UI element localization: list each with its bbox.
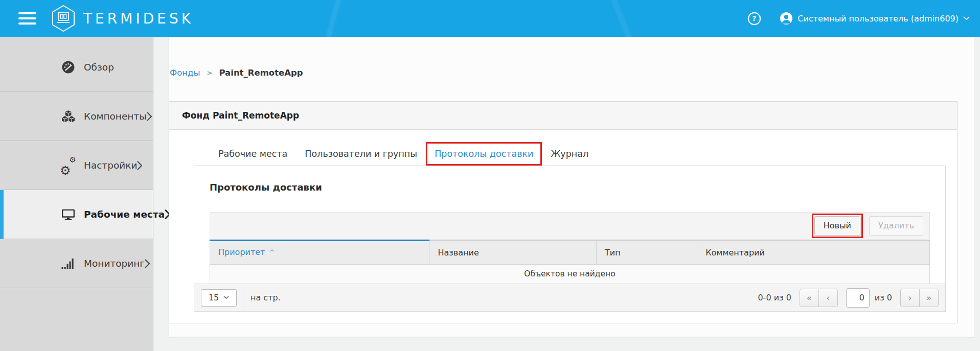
sidebar-item-workplaces[interactable]: Рабочие места (0, 190, 153, 239)
user-menu[interactable]: Системный пользователь (admin609) (780, 12, 970, 25)
chevron-right-icon (145, 259, 150, 268)
annotation-box-new-button: Новый (812, 214, 863, 238)
column-header-type[interactable]: Тип (597, 241, 697, 265)
tab-users-groups[interactable]: Пользователи и группы (296, 142, 426, 166)
page-number-input[interactable] (846, 288, 870, 308)
per-page-label: на стр. (250, 293, 281, 302)
column-header-comment[interactable]: Комментарий (697, 241, 930, 265)
tab-delivery-protocols[interactable]: Протоколы доставки (435, 149, 533, 159)
chevron-down-icon (223, 296, 229, 299)
termidesk-hexagon-icon (52, 5, 75, 32)
sidebar-item-label: Рабочие места (84, 209, 165, 220)
breadcrumb-separator: > (207, 69, 213, 77)
annotation-box-tab: Протоколы доставки (426, 142, 542, 166)
chevron-down-icon (963, 16, 970, 20)
app-logo[interactable]: TERMIDESK (52, 5, 194, 32)
pager-divider (243, 284, 243, 312)
last-page-button[interactable]: » (919, 289, 939, 307)
brand-wordmark: TERMIDESK (83, 10, 194, 27)
sidebar-item-overview[interactable]: Обзор (0, 43, 153, 92)
monitor-icon (60, 208, 76, 221)
breadcrumb-current: Paint_RemoteApp (219, 68, 303, 78)
panel-title: Протоколы доставки (210, 181, 930, 194)
table-toolbar: Новый Удалить (210, 212, 930, 240)
delete-button[interactable]: Удалить (869, 216, 923, 236)
fund-card: Фонд Paint_RemoteApp Рабочие места Польз… (169, 101, 958, 323)
tab-bar: Рабочие места Пользователи и группы Прот… (194, 142, 946, 166)
column-label: Приоритет (218, 247, 265, 257)
user-avatar-icon (780, 12, 793, 25)
sidebar-item-label: Компоненты (84, 111, 147, 122)
next-page-button[interactable]: › (900, 289, 920, 307)
column-label: Название (438, 248, 478, 258)
menu-toggle-icon[interactable] (18, 9, 36, 28)
top-bar: TERMIDESK ? Системный пользователь (admi (0, 0, 980, 37)
first-page-button[interactable]: « (800, 289, 819, 307)
pager-forward-group: › » (900, 289, 939, 307)
breadcrumb-root-link[interactable]: Фонды (170, 68, 200, 78)
of-total-label: из 0 (875, 293, 892, 302)
sidebar-item-components[interactable]: Компоненты (0, 92, 153, 141)
svg-text:?: ? (753, 14, 757, 22)
cubes-icon (60, 110, 76, 123)
tab-journal[interactable]: Журнал (542, 142, 597, 166)
prev-page-button[interactable]: ‹ (818, 289, 838, 307)
protocols-table: Приоритет^ Название Тип Комментарий (210, 240, 930, 284)
pager-back-group: « ‹ (800, 289, 838, 307)
breadcrumb: Фонды > Paint_RemoteApp (170, 68, 974, 78)
chevron-right-icon (147, 112, 152, 121)
tab-workplaces[interactable]: Рабочие места (210, 142, 296, 166)
pagination-bar: 15 на стр. 0-0 из 0 « ‹ из 0 (194, 284, 945, 311)
sort-asc-icon: ^ (269, 248, 275, 256)
delivery-protocols-panel: Протоколы доставки Новый Удалить Прио (194, 166, 946, 312)
signal-bars-icon (60, 258, 76, 269)
sidebar-item-label: Обзор (84, 62, 114, 73)
sidebar-item-settings[interactable]: ⚙⚙ Настройки (0, 141, 153, 190)
sidebar: Обзор Компон (0, 37, 153, 351)
help-icon[interactable]: ? (747, 12, 761, 26)
column-label: Комментарий (705, 248, 765, 258)
sidebar-item-label: Мониторинг (84, 258, 145, 269)
content-area: Фонды > Paint_RemoteApp Фонд Paint_Remot… (169, 37, 974, 337)
column-label: Тип (605, 248, 621, 258)
sidebar-item-monitoring[interactable]: Мониторинг (0, 239, 153, 288)
page-size-select[interactable]: 15 (201, 289, 237, 307)
gauge-icon (60, 60, 76, 74)
column-header-priority[interactable]: Приоритет^ (210, 241, 429, 265)
user-name: Системный пользователь (admin609) (797, 14, 959, 24)
sidebar-item-label: Настройки (84, 160, 137, 171)
page-size-value: 15 (209, 293, 219, 302)
card-title: Фонд Paint_RemoteApp (169, 102, 957, 130)
range-text: 0-0 из 0 (758, 293, 791, 302)
new-button[interactable]: Новый (814, 216, 860, 236)
gears-icon: ⚙⚙ (60, 158, 76, 173)
chevron-right-icon (137, 161, 143, 170)
empty-table-message: Объектов не найдено (210, 265, 930, 284)
column-header-name[interactable]: Название (429, 241, 597, 265)
